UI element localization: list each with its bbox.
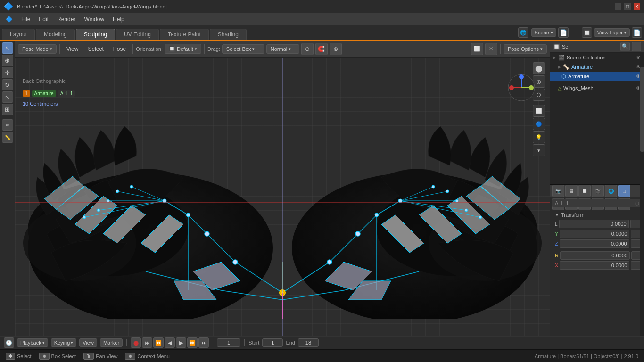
status-pan: 🖱 Pan View	[83, 353, 117, 360]
viewport-menu-select[interactable]: Select	[84, 45, 107, 53]
outliner-filter-icon[interactable]: ≡	[632, 42, 641, 51]
tool-select[interactable]: ↖	[2, 42, 13, 54]
key-insert-button[interactable]: ⬤	[131, 337, 141, 348]
step-forward-button[interactable]: ⏩	[187, 337, 198, 348]
view-layer-selector[interactable]: View Layer	[594, 28, 630, 37]
menu-window[interactable]: Window	[80, 15, 108, 24]
svg-text:Y: Y	[530, 86, 532, 90]
viewport-menu-pose[interactable]: Pose	[109, 45, 130, 53]
jump-start-button[interactable]: ⏮	[142, 337, 152, 348]
svg-point-24	[233, 260, 238, 264]
pivot-button[interactable]: ⊙	[301, 43, 314, 55]
viewport-shading-options[interactable]: ▾	[533, 144, 545, 156]
tool-scale[interactable]: ⤡	[2, 91, 13, 103]
outliner-list: ▶ 🎬 Scene Collection 👁 ▶ 🦴 Armature 👁 ⬡ …	[550, 53, 644, 184]
outliner-item-armature[interactable]: ▶ 🦴 Armature 👁	[550, 62, 644, 72]
play-button[interactable]: ▶	[176, 337, 186, 348]
menu-render[interactable]: Render	[53, 15, 79, 24]
outliner-icon: 🔲	[553, 43, 560, 50]
prop-view-layer-icon[interactable]: 🔲	[578, 185, 591, 197]
tab-shading[interactable]: Shading	[210, 29, 247, 40]
view-button[interactable]: View	[79, 338, 97, 347]
tool-measure[interactable]: 📏	[2, 132, 13, 143]
svg-point-28	[116, 190, 119, 193]
playback-button[interactable]: Playback	[17, 338, 48, 347]
close-x-button[interactable]: ✕	[485, 43, 497, 55]
tab-texture-paint[interactable]: Texture Paint	[160, 29, 209, 40]
outliner-item-scene[interactable]: ▶ 🎬 Scene Collection 👁	[550, 53, 644, 62]
outliner-item-label: Armature	[571, 64, 593, 70]
transform-z-x[interactable]	[560, 239, 629, 248]
step-back-button[interactable]: ⏪	[153, 337, 164, 348]
viewport-shading-material[interactable]: 🔵	[533, 118, 545, 130]
tool-move[interactable]: ✛	[2, 67, 13, 78]
keying-button[interactable]: Keying	[51, 338, 77, 347]
menu-help[interactable]: Help	[109, 15, 128, 24]
menu-file[interactable]: File	[17, 15, 34, 24]
mode-selector[interactable]: Pose Mode	[18, 44, 57, 54]
titlebar-controls[interactable]: — □ ×	[615, 3, 640, 10]
orientation-selector[interactable]: 🔲 Default	[165, 44, 201, 54]
axis-indicator[interactable]: Z X Y	[507, 74, 536, 102]
outliner-item-wings[interactable]: △ Wings_Mesh 👁	[550, 83, 644, 93]
separator-2	[132, 44, 133, 54]
drag-selector[interactable]: Select Box	[222, 44, 264, 54]
svg-point-62	[465, 209, 468, 212]
armature-label: 1 Armature A-1_1	[23, 90, 75, 97]
prop-world-icon[interactable]: 🌐	[605, 185, 617, 197]
marker-button[interactable]: Marker	[100, 338, 123, 347]
normal-selector[interactable]: Normal	[266, 44, 299, 54]
prop-render-icon[interactable]: 📷	[552, 185, 564, 197]
playback-controls: ⬤ ⏮ ⏪ ◀ ▶ ⏩ ⏭	[131, 337, 209, 348]
viewport-shading-rendered[interactable]: 💡	[533, 131, 545, 143]
tab-sculpting[interactable]: Sculpting	[76, 29, 115, 40]
tool-annotate[interactable]: ✏	[2, 119, 13, 131]
current-frame-input[interactable]	[217, 338, 240, 347]
transform-y-x[interactable]	[560, 230, 629, 238]
prop-object-icon[interactable]: □	[618, 185, 630, 197]
xray-toggle[interactable]: ⬜	[471, 43, 483, 55]
tool-cursor[interactable]: ⊕	[2, 55, 13, 66]
snap-button[interactable]: 🧲	[315, 43, 328, 55]
blender-logo-icon: 🔷	[4, 2, 13, 11]
scene-new-icon[interactable]: 📄	[558, 27, 569, 38]
outliner-search-icon[interactable]: 🔍	[620, 42, 630, 51]
outliner-item-armature-data[interactable]: ⬡ Armature 👁	[550, 72, 644, 81]
viewport-menu-view[interactable]: View	[63, 45, 83, 53]
scene-selector[interactable]: Scene	[531, 28, 556, 37]
viewport-shading-wireframe[interactable]: ⬜	[533, 105, 545, 117]
play-reverse-button[interactable]: ◀	[165, 337, 175, 348]
tool-rotate[interactable]: ↻	[2, 79, 13, 90]
tab-layout[interactable]: Layout	[2, 29, 35, 40]
start-frame-input[interactable]	[262, 338, 283, 347]
timeline-mode-icon[interactable]: 🕐	[4, 337, 14, 348]
prop-scene-icon[interactable]: 🎬	[592, 185, 604, 197]
prop-output-icon[interactable]: 🖥	[565, 185, 578, 197]
transform-section: ▼ Transform L 🔒 🔒 Y	[552, 209, 642, 274]
end-label: End	[286, 340, 295, 346]
jump-end-button[interactable]: ⏭	[198, 337, 209, 348]
tab-uv-editing[interactable]: UV Editing	[116, 29, 159, 40]
end-frame-input[interactable]	[298, 338, 319, 347]
viewport-shading-solid[interactable]: ⬤	[533, 62, 545, 74]
view-layer-new-icon[interactable]: 📄	[632, 27, 642, 38]
tab-modeling[interactable]: Modeling	[36, 29, 75, 40]
context-label: Context Menu	[137, 354, 169, 359]
pose-options-button[interactable]: Pose Options	[504, 44, 547, 54]
transform-x-x[interactable]	[560, 261, 629, 270]
bone-name-label: A-1_1	[555, 200, 569, 206]
scene-picker-icon[interactable]: 🌐	[518, 27, 528, 38]
transform-r-x[interactable]	[560, 251, 630, 260]
minimize-button[interactable]: —	[615, 3, 621, 10]
transform-l-x[interactable]	[559, 220, 629, 228]
maximize-button[interactable]: □	[624, 3, 631, 10]
tool-transform[interactable]: ⊞	[2, 104, 13, 115]
close-button[interactable]: ×	[634, 3, 640, 10]
menu-blender[interactable]: 🔷	[2, 15, 17, 24]
transform-x-row: X	[555, 261, 639, 270]
collapse-icon: ▶	[553, 55, 556, 60]
proportional-button[interactable]: ⊚	[330, 43, 342, 55]
view-layer-icon[interactable]: 🔲	[582, 27, 592, 38]
3d-viewport[interactable]: Pose Mode View Select Pose Orientation: …	[15, 41, 550, 336]
menu-edit[interactable]: Edit	[35, 15, 52, 24]
